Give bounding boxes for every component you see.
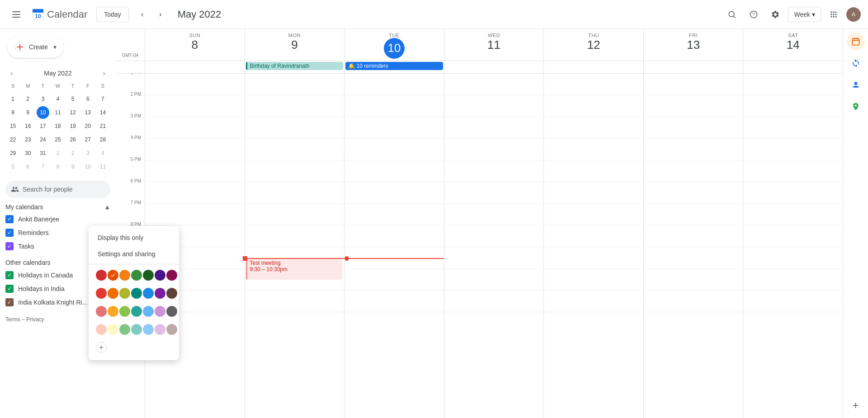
color-r4[interactable] [96,324,107,335]
color-b4[interactable] [143,324,154,335]
help-button[interactable]: ? [745,5,763,23]
search-people-input[interactable]: Search for people [5,181,110,198]
mini-day-30[interactable]: 30 [22,147,34,160]
mini-day-18[interactable]: 18 [52,120,64,132]
mini-day-3[interactable]: 3 [37,93,49,105]
color-p3[interactable] [155,306,165,317]
create-button[interactable]: Create ▾ [7,36,64,58]
settings-sharing-option[interactable]: Settings and sharing [89,246,179,262]
mini-day-4[interactable]: 4 [52,93,64,105]
color-avocado[interactable] [119,288,130,299]
color-gray4[interactable] [166,324,177,335]
color-lavender[interactable] [143,288,154,299]
color-blueberry[interactable] [166,270,177,281]
mini-day-20[interactable]: 20 [81,120,94,132]
color-grape[interactable] [155,288,165,299]
mini-day-24[interactable]: 24 [37,133,49,146]
settings-button[interactable] [766,5,784,23]
color-graphite[interactable] [166,288,177,299]
mini-day-8[interactable]: 8 [7,106,19,119]
color-t4[interactable] [131,324,142,335]
color-o3[interactable] [108,306,118,317]
mini-calendar: ‹ May 2022 › S M T W T F S 1 2 3 [0,65,116,174]
mini-day-14[interactable]: 14 [96,106,109,119]
apps-button[interactable] [825,5,843,23]
mini-day-12[interactable]: 12 [66,106,79,119]
mini-day-j8[interactable]: 8 [52,160,64,173]
mini-day-7[interactable]: 7 [96,93,109,105]
mini-day-9[interactable]: 9 [22,106,34,119]
mini-day-j4[interactable]: 4 [96,147,109,160]
mini-prev-button[interactable]: ‹ [5,67,18,80]
color-g4[interactable] [119,324,130,335]
color-gray3[interactable] [166,306,177,317]
test-meeting-event[interactable]: Test meeting 9:30 – 10:30pm [246,258,343,280]
color-tangerine[interactable] [108,288,118,299]
color-banana[interactable] [119,270,130,281]
my-calendars-header[interactable]: My calendars ▲ [0,202,116,212]
color-g3[interactable] [119,306,130,317]
mini-day-29[interactable]: 29 [7,147,19,160]
color-flamingo[interactable] [108,270,118,281]
right-icon-map[interactable] [847,98,865,116]
color-basil[interactable] [143,270,154,281]
mini-day-5[interactable]: 5 [66,93,79,105]
add-custom-color-button[interactable]: + [96,342,107,353]
mini-day-31[interactable]: 31 [37,147,49,160]
color-tomato[interactable] [96,270,107,281]
mini-day-21[interactable]: 21 [96,120,109,132]
mini-day-17[interactable]: 17 [37,120,49,132]
color-sage[interactable] [131,270,142,281]
mini-day-10-today[interactable]: 10 [37,106,49,119]
mini-next-button[interactable]: › [98,67,110,80]
mini-day-j3[interactable]: 3 [81,147,94,160]
color-r3[interactable] [96,306,107,317]
color-peacock[interactable] [155,270,165,281]
mini-day-2[interactable]: 2 [22,93,34,105]
right-icon-calendar[interactable] [847,33,865,51]
mini-day-26[interactable]: 26 [66,133,79,146]
prev-arrow[interactable]: ‹ [134,6,151,23]
color-t3[interactable] [131,306,142,317]
next-arrow[interactable]: › [152,6,169,23]
week-selector[interactable]: Week ▾ [788,7,821,22]
mini-day-19[interactable]: 19 [66,120,79,132]
mini-day-28[interactable]: 28 [96,133,109,146]
mini-day-16[interactable]: 16 [22,120,34,132]
reminders-event[interactable]: 🔔 10 reminders [345,62,443,70]
mini-day-1[interactable]: 1 [7,93,19,105]
mini-day-13[interactable]: 13 [81,106,94,119]
display-this-only-option[interactable]: Display this only [89,230,179,246]
mini-day-j1[interactable]: 1 [52,147,64,160]
color-tomato-2[interactable] [96,288,107,299]
color-p4[interactable] [155,324,165,335]
mini-day-15[interactable]: 15 [7,120,19,132]
color-eucalyptus[interactable] [131,288,142,299]
right-icon-person[interactable] [847,76,865,94]
menu-icon[interactable] [7,5,25,23]
birthday-event[interactable]: Birthday of Ravindranath [246,62,344,70]
avatar[interactable]: A [846,7,861,22]
svg-point-26 [854,82,857,85]
mini-day-j7[interactable]: 7 [37,160,49,173]
mini-day-23[interactable]: 23 [22,133,34,146]
mini-day-j11[interactable]: 11 [96,160,109,173]
mini-day-25[interactable]: 25 [52,133,64,146]
color-o4[interactable] [108,324,118,335]
mini-day-6[interactable]: 6 [81,93,94,105]
mini-day-11[interactable]: 11 [52,106,64,119]
color-b3[interactable] [143,306,154,317]
mini-day-j9[interactable]: 9 [66,160,79,173]
add-event-button[interactable]: + [847,396,865,414]
today-button[interactable]: Today [96,7,128,22]
mini-day-j2[interactable]: 2 [66,147,79,160]
calendar-item-ankit[interactable]: ✓ Ankit Banerjee [0,212,116,226]
right-icon-sync[interactable] [847,54,865,72]
mini-day-j5[interactable]: 5 [7,160,19,173]
mini-day-22[interactable]: 22 [7,133,19,146]
search-button[interactable] [723,5,741,23]
mini-day-27[interactable]: 27 [81,133,94,146]
allday-cell-fri [643,61,743,73]
mini-day-j6[interactable]: 6 [22,160,34,173]
mini-day-j10[interactable]: 10 [81,160,94,173]
